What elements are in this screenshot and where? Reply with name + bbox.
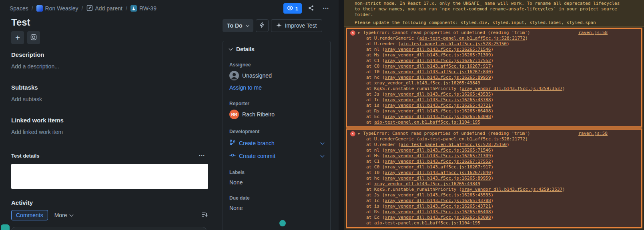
share-button[interactable]	[305, 3, 317, 14]
stack-source-link[interactable]: aio-test-panel.en.b1…aff5cc.js:528:25150	[401, 142, 507, 147]
reporter-value: Rach Ribeiro	[242, 111, 275, 118]
details-panel-header[interactable]: Details	[229, 46, 324, 52]
stack-frame-text: at U.renderGeneric (	[366, 36, 419, 41]
stack-frame-text: )	[507, 142, 510, 147]
apps-button[interactable]	[27, 31, 40, 44]
add-button[interactable]: +	[11, 31, 24, 44]
create-commit-row[interactable]: Create commit	[229, 152, 324, 160]
stack-source-link[interactable]: xray_vendor_dll.b143…f5cc.js:16265:86408	[385, 108, 491, 114]
development-label: Development	[229, 129, 324, 134]
issue-key-label: RW-39	[139, 5, 156, 12]
stack-frame: at U.renderGeneric (aio-test-panel.en.b1…	[366, 36, 639, 41]
sort-order-button[interactable]	[201, 211, 208, 219]
activity-heading: Activity	[11, 199, 208, 206]
eye-icon	[287, 5, 293, 12]
comment-input[interactable]	[11, 227, 207, 230]
stack-source-link[interactable]: xray_vendor_dll.b143…f5cc.js:16265:71309	[385, 153, 491, 158]
error-source-link[interactable]: raven.js:58	[578, 131, 608, 136]
stack-frame-text: )	[562, 86, 565, 91]
watch-count: 1	[295, 6, 298, 12]
stack-source-link[interactable]: xray_vendor_dll.b143…f5cc.js:16265:71546	[385, 148, 491, 153]
watchers-button[interactable]: 1	[283, 3, 302, 14]
stack-source-link[interactable]: xray_vendor_dll.b143…f5cc.js:16265:89959	[385, 176, 491, 181]
assignee-value-row[interactable]: Unassigned	[229, 71, 324, 80]
automation-button[interactable]	[256, 19, 269, 32]
stack-frame-text: )	[491, 108, 494, 114]
stack-source-link[interactable]: xray_vendor_dll.b143…f5cc.js:16265:63098	[385, 114, 491, 119]
stack-frame-text: )	[491, 176, 494, 181]
stack-source-link[interactable]: xray_vendor_dll.b143…f5cc.js:16265:86408	[385, 209, 491, 214]
error-header[interactable]: × ▸ TypeError: Cannot read properties of…	[350, 131, 639, 136]
test-details-more-button[interactable]: •••	[196, 150, 208, 161]
stack-source-link[interactable]: xray_vendor_dll.b143…aff5cc.js:16267:840	[385, 69, 491, 74]
stack-source-link[interactable]: aio-test-panel.en.b1…aff5cc.js:528:21772	[419, 136, 525, 142]
more-actions-button[interactable]: •••	[320, 3, 332, 14]
description-field[interactable]: Add a description...	[11, 63, 208, 70]
screen: Spaces / Ron Weasley / Add parent /	[0, 0, 644, 230]
breadcrumb-spaces[interactable]: Spaces	[10, 5, 28, 12]
stack-source-link[interactable]: xray_vendor_dll.b143…f5cc.js:16265:43849	[374, 80, 480, 86]
stack-source-link[interactable]: aio-test-panel.en.b1…baff5cc.js:1104:195	[374, 120, 480, 125]
stack-frame-text: at is (	[366, 103, 385, 108]
comments-filter-button[interactable]: Comments	[11, 210, 48, 220]
stack-source-link[interactable]: xray_vendor_dll.b143…aff5cc.js:16267:917	[385, 64, 491, 69]
reporter-value-row[interactable]: RR Rach Ribeiro	[229, 110, 324, 119]
stack-source-link[interactable]: xray_vendor_dll.b143…f5cc.js:16265:71546	[385, 47, 491, 52]
stack-source-link[interactable]: xray_vendor_dll.b143…f5cc.js:16265:43535	[385, 92, 491, 97]
stack-source-link[interactable]: xray_vendor_dll.b143…f5cc.js:16265:43849	[374, 181, 480, 186]
stack-source-link[interactable]: aio-test-panel.en.b1…baff5cc.js:1104:195	[374, 220, 480, 226]
create-branch-row[interactable]: Create branch	[229, 139, 324, 147]
assign-to-me-link[interactable]: Assign to me	[229, 84, 262, 91]
stack-frame-text: at U.render (	[366, 142, 401, 147]
due-date-value[interactable]: None	[229, 205, 324, 211]
quick-add-row: +	[11, 31, 208, 44]
test-details-editor[interactable]	[11, 164, 208, 189]
stack-frame-text: )	[491, 58, 494, 63]
stack-source-link[interactable]: xray_vendor_dll.b143…f5cc.js:16267:17552	[385, 159, 491, 164]
more-filter-label: More	[54, 212, 67, 218]
stack-source-link[interactable]: xray_vendor_dll.b143…f5cc.js:16265:43788	[385, 97, 491, 102]
stack-frame: at I0 (xray_vendor_dll.b143…aff5cc.js:16…	[366, 69, 639, 75]
stack-source-link[interactable]: xray_vendor_dll.b143…f5cc.js:4259:3537	[461, 86, 562, 91]
labels-value[interactable]: None	[229, 179, 324, 186]
stack-frame: at I0 (xray_vendor_dll.b143…aff5cc.js:16…	[366, 170, 639, 176]
stack-source-link[interactable]: xray_vendor_dll.b143…f5cc.js:16265:89959	[385, 75, 491, 80]
topbar-actions: 1 •••	[283, 3, 332, 14]
stack-frame: at Js (xray_vendor_dll.b143…f5cc.js:1626…	[366, 192, 639, 198]
stack-frame-text: )	[491, 159, 494, 164]
stack-frame-text: at Hs (	[366, 153, 385, 158]
stack-source-link[interactable]: xray_vendor_dll.b143…aff5cc.js:16267:917	[385, 164, 491, 170]
breadcrumb-add-parent[interactable]: Add parent	[86, 5, 123, 12]
stack-source-link[interactable]: xray_vendor_dll.b143…f5cc.js:16265:71309	[385, 52, 491, 58]
stack-frame-text: )	[491, 164, 494, 170]
stack-source-link[interactable]: xray_vendor_dll.b143…f5cc.js:16267:17552	[385, 58, 491, 63]
stack-source-link[interactable]: aio-test-panel.en.b1…aff5cc.js:528:25150	[401, 41, 507, 46]
add-linked-item-field[interactable]: Add linked work item	[11, 129, 208, 135]
add-subtask-field[interactable]: Add subtask	[11, 96, 208, 102]
breadcrumb-issue-key[interactable]: RW-39	[130, 5, 156, 12]
stack-frame-text: )	[491, 114, 494, 119]
stack-source-link[interactable]: xray_vendor_dll.b143…f5cc.js:4259:3537	[461, 187, 562, 192]
stack-source-link[interactable]: xray_vendor_dll.b143…aff5cc.js:16267:840	[385, 170, 491, 175]
stack-frame-text: )	[491, 153, 494, 158]
error-source-link[interactable]: raven.js:58	[578, 30, 608, 36]
status-dropdown[interactable]: To Do	[223, 19, 253, 32]
error-header[interactable]: × ▸ TypeError: Cannot read properties of…	[350, 30, 639, 36]
stack-frame-text: at Hs (	[366, 52, 385, 58]
stack-trace: at U.renderGeneric (aio-test-panel.en.b1…	[350, 136, 639, 226]
stack-source-link[interactable]: xray_vendor_dll.b143…f5cc.js:16265:43721	[385, 103, 491, 108]
ellipsis-icon: •••	[199, 154, 205, 158]
stack-frame-text: at	[366, 120, 374, 125]
breadcrumb-user[interactable]: Ron Weasley	[36, 5, 78, 12]
stack-source-link[interactable]: xray_vendor_dll.b143…f5cc.js:16265:63098	[385, 215, 491, 220]
stack-frame-text: at I0 (	[366, 170, 385, 175]
stack-source-link[interactable]: xray_vendor_dll.b143…f5cc.js:16265:43721	[385, 204, 491, 209]
stack-frame: at is (xray_vendor_dll.b143…f5cc.js:1626…	[366, 204, 639, 209]
stack-frame-text: )	[491, 170, 494, 175]
stack-source-link[interactable]: xray_vendor_dll.b143…f5cc.js:16265:43535	[385, 192, 491, 198]
more-filter-button[interactable]: More	[54, 212, 73, 218]
error-message: ▸ TypeError: Cannot read properties of u…	[358, 30, 530, 36]
stack-source-link[interactable]: xray_vendor_dll.b143…f5cc.js:16265:43788	[385, 198, 491, 203]
improve-test-button[interactable]: Improve Test	[271, 19, 322, 32]
stack-source-link[interactable]: aio-test-panel.en.b1…aff5cc.js:528:21772	[419, 36, 525, 41]
